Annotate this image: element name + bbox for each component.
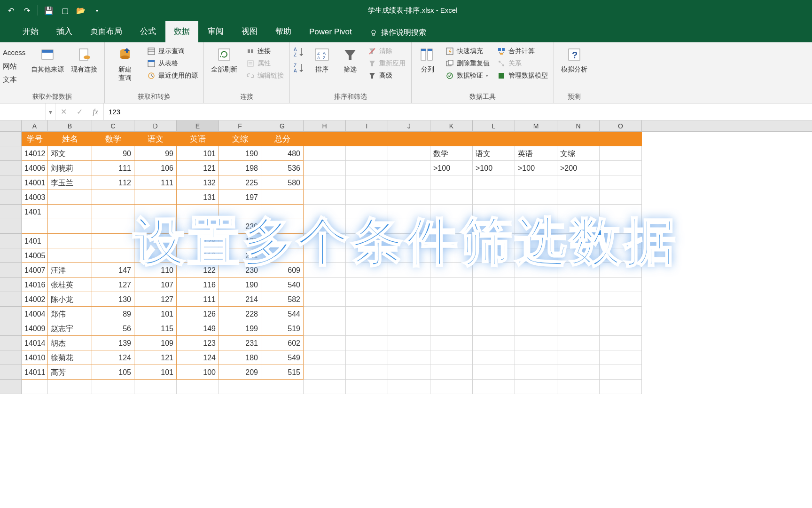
cell[interactable]: 89 [92, 307, 134, 321]
cell[interactable] [557, 350, 600, 365]
cell[interactable]: 115 [134, 321, 177, 336]
cell[interactable] [600, 307, 642, 321]
cell[interactable] [430, 307, 473, 321]
cell[interactable] [304, 175, 346, 190]
cell[interactable]: 147 [92, 263, 134, 278]
cell[interactable] [430, 175, 473, 190]
cell[interactable] [600, 380, 642, 394]
cell[interactable] [304, 248, 346, 263]
cell[interactable] [134, 234, 177, 248]
cell[interactable] [346, 292, 388, 307]
cell[interactable] [388, 350, 430, 365]
cell[interactable] [557, 234, 600, 248]
cell[interactable] [388, 336, 430, 350]
cell[interactable] [430, 190, 473, 205]
cell[interactable]: 126 [177, 307, 219, 321]
cell[interactable] [473, 307, 515, 321]
cell[interactable] [346, 350, 388, 365]
cell[interactable]: 数学 [92, 132, 134, 146]
cell[interactable]: 1401 [22, 234, 48, 248]
cell[interactable]: 101 [177, 146, 219, 161]
cell[interactable] [134, 380, 177, 394]
cell[interactable] [134, 219, 177, 234]
cell[interactable] [473, 219, 515, 234]
cell[interactable] [430, 278, 473, 292]
cell[interactable] [515, 365, 557, 380]
cell[interactable] [388, 380, 430, 394]
cell[interactable] [473, 175, 515, 190]
cell[interactable] [388, 263, 430, 278]
cell[interactable] [515, 380, 557, 394]
fx-icon[interactable]: fx [87, 103, 103, 120]
row-header[interactable] [0, 248, 22, 263]
cell[interactable] [304, 263, 346, 278]
cell[interactable] [346, 321, 388, 336]
row-header[interactable] [0, 278, 22, 292]
cell[interactable]: 张桂英 [48, 278, 92, 292]
cell[interactable] [134, 190, 177, 205]
cell[interactable] [557, 321, 600, 336]
col-header[interactable]: A [22, 120, 48, 131]
new-file-icon[interactable]: ▢ [60, 5, 70, 16]
cell[interactable] [515, 307, 557, 321]
cell[interactable]: >100 [430, 161, 473, 175]
cell[interactable] [304, 161, 346, 175]
cell[interactable] [473, 263, 515, 278]
cell[interactable] [557, 248, 600, 263]
cell[interactable] [600, 175, 642, 190]
cell[interactable] [177, 219, 219, 234]
name-box[interactable] [0, 103, 46, 120]
cell[interactable] [600, 278, 642, 292]
cell[interactable] [388, 307, 430, 321]
tab-insert[interactable]: 插入 [48, 21, 81, 42]
cell[interactable]: 609 [261, 263, 304, 278]
cell[interactable] [473, 190, 515, 205]
cell[interactable]: 198 [219, 161, 261, 175]
cell[interactable] [48, 219, 92, 234]
cell[interactable]: 602 [261, 336, 304, 350]
cell[interactable] [430, 219, 473, 234]
cell[interactable] [92, 380, 134, 394]
cell[interactable]: 139 [92, 336, 134, 350]
qat-dropdown-icon[interactable]: ▾ [92, 5, 102, 16]
col-header[interactable]: D [134, 120, 177, 131]
cell[interactable]: 130 [92, 292, 134, 307]
row-header[interactable] [0, 336, 22, 350]
cell[interactable] [430, 321, 473, 336]
cell[interactable] [515, 205, 557, 219]
cell[interactable]: 14016 [22, 278, 48, 292]
row-header[interactable] [0, 234, 22, 248]
tab-data[interactable]: 数据 [165, 21, 198, 42]
cell[interactable] [515, 219, 557, 234]
sort-button[interactable]: ZAAZ 排序 [309, 44, 335, 75]
cell[interactable]: 14014 [22, 336, 48, 350]
cell[interactable] [473, 321, 515, 336]
what-if-analysis-button[interactable]: ? 模拟分析 [557, 44, 592, 75]
cell[interactable] [388, 365, 430, 380]
cell[interactable] [177, 380, 219, 394]
cell[interactable]: 230 [219, 263, 261, 278]
manage-data-model-button[interactable]: 管理数据模型 [494, 71, 551, 81]
cell[interactable]: 语文 [134, 132, 177, 146]
cell[interactable]: 549 [261, 350, 304, 365]
cell[interactable] [557, 365, 600, 380]
sort-asc-icon[interactable]: AZ [293, 46, 305, 58]
cell[interactable] [600, 161, 642, 175]
cell[interactable] [346, 132, 388, 146]
redo-icon[interactable]: ↷ [22, 5, 32, 16]
cell[interactable] [557, 380, 600, 394]
remove-duplicates-button[interactable]: 删除重复值 [443, 58, 492, 69]
cell[interactable] [388, 219, 430, 234]
row-header[interactable] [0, 205, 22, 219]
cell[interactable]: 536 [261, 161, 304, 175]
cell[interactable]: 123 [177, 336, 219, 350]
cell[interactable] [430, 350, 473, 365]
cell[interactable]: 总分 [261, 132, 304, 146]
cell[interactable] [388, 248, 430, 263]
cell[interactable]: 语文 [473, 146, 515, 161]
row-header[interactable] [0, 321, 22, 336]
cell[interactable]: 580 [261, 175, 304, 190]
cell[interactable]: 101 [134, 307, 177, 321]
cell[interactable] [388, 132, 430, 146]
row-header[interactable] [0, 190, 22, 205]
